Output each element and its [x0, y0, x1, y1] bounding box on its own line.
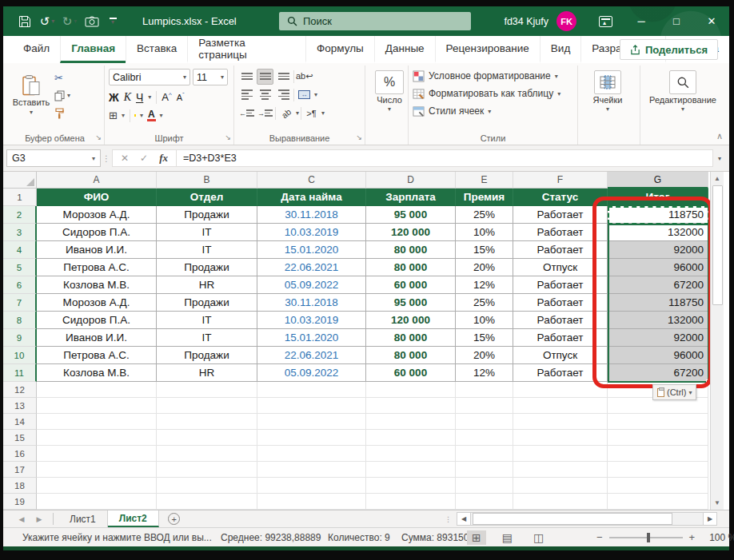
cells-button[interactable]: Ячейки ▾ [582, 67, 633, 113]
row-header-12[interactable]: 12 [3, 382, 37, 398]
search-box[interactable]: Поиск [279, 12, 471, 30]
ribbon-tab-Главная[interactable]: Главная [60, 36, 126, 63]
cell-C12[interactable] [257, 382, 366, 398]
cell-E16[interactable] [456, 446, 513, 462]
underline-dropdown-icon[interactable]: ▾ [148, 93, 151, 101]
cell-C14[interactable] [257, 414, 366, 430]
increase-indent-button[interactable]: → [257, 105, 273, 121]
zoom-slider[interactable] [609, 537, 683, 538]
clipboard-dialog-launcher-icon[interactable]: ↘ [95, 133, 102, 141]
zoom-slider-handle[interactable] [647, 533, 650, 542]
cell-C18[interactable] [257, 478, 366, 494]
cell-D1[interactable]: Зарплата [366, 189, 456, 206]
cell-F3[interactable]: Работает [513, 224, 608, 241]
undo-dropdown-icon[interactable]: ▾ [51, 18, 54, 25]
cell-A2[interactable]: Морозов А.Д. [37, 206, 157, 224]
ribbon-tab-Рецензирование[interactable]: Рецензирование [435, 36, 540, 63]
cell-E2[interactable]: 25% [456, 206, 513, 224]
bold-button[interactable]: Ж [109, 91, 119, 104]
cell-B4[interactable]: IT [157, 241, 257, 259]
alignment-dialog-launcher-icon[interactable]: ↘ [356, 133, 362, 141]
scroll-down-icon[interactable]: ▼ [711, 496, 724, 510]
italic-button[interactable]: К [124, 91, 131, 104]
cell-C6[interactable]: 05.09.2022 [257, 276, 366, 294]
vertical-scrollbar[interactable]: ▲ ▼ [710, 172, 724, 510]
row-header-9[interactable]: 9 [3, 329, 37, 347]
ribbon-tab-Вид[interactable]: Вид [540, 36, 580, 63]
avatar[interactable]: FK [556, 11, 576, 31]
ribbon-tab-Вставка[interactable]: Вставка [126, 36, 187, 63]
cell-G5[interactable]: 96000 [608, 259, 708, 276]
cell-D15[interactable] [366, 430, 456, 446]
cell-F7[interactable]: Работает [513, 294, 608, 312]
cell-G19[interactable] [608, 494, 708, 510]
cell-B1[interactable]: Отдел [157, 189, 257, 206]
align-right-button[interactable] [275, 87, 292, 103]
cell-G2[interactable]: 118750 [608, 206, 708, 224]
cell-F6[interactable]: Работает [513, 276, 608, 294]
cell-A9[interactable]: Иванов И.И. [37, 329, 157, 347]
row-header-7[interactable]: 7 [3, 294, 37, 312]
cell-G6[interactable]: 67200 [608, 276, 708, 294]
cell-B16[interactable] [157, 446, 257, 462]
expand-formula-bar-icon[interactable]: ▾ [713, 155, 726, 162]
row-header-3[interactable]: 3 [3, 224, 37, 241]
cell-F9[interactable]: Работает [513, 329, 608, 347]
zoom-in-button[interactable]: + [689, 531, 696, 543]
cancel-formula-button[interactable]: ✕ [121, 153, 129, 164]
underline-button[interactable]: Ч [136, 91, 143, 104]
cell-D19[interactable] [366, 494, 456, 510]
cell-F15[interactable] [513, 430, 608, 446]
cell-G14[interactable] [608, 414, 708, 430]
cell-G15[interactable] [608, 430, 708, 446]
cell-E15[interactable] [456, 430, 513, 446]
zoom-out-button[interactable]: − [596, 531, 603, 543]
paste-dropdown-icon[interactable]: ▾ [30, 109, 33, 116]
cell-styles-button[interactable]: Стили ячеек▾ [413, 102, 573, 120]
next-sheet-icon[interactable]: ▶ [30, 510, 48, 527]
cell-E19[interactable] [456, 494, 513, 510]
align-bottom-button[interactable] [275, 69, 292, 85]
zoom-level[interactable]: 100 % [701, 532, 734, 543]
ribbon-tab-Данные[interactable]: Данные [374, 36, 435, 63]
cell-B7[interactable]: Продажи [157, 294, 257, 312]
cell-F11[interactable]: Работает [513, 364, 608, 382]
row-header-13[interactable]: 13 [3, 398, 37, 414]
cell-G8[interactable]: 132000 [608, 312, 708, 329]
cell-A10[interactable]: Петрова А.С. [37, 347, 157, 364]
cell-G3[interactable]: 132000 [608, 224, 708, 241]
row-header-11[interactable]: 11 [3, 364, 37, 382]
ribbon-tab-Разметка страницы[interactable]: Разметка страницы [187, 36, 305, 63]
row-header-1[interactable]: 1 [3, 189, 37, 206]
column-header-C[interactable]: C [257, 172, 366, 189]
editing-button[interactable]: Редактирование ▾ [644, 67, 721, 113]
cell-G13[interactable] [608, 398, 708, 414]
cell-G10[interactable]: 96000 [608, 347, 708, 364]
collapse-ribbon-icon[interactable]: ∧ [716, 131, 723, 141]
cell-B15[interactable] [157, 430, 257, 446]
row-header-15[interactable]: 15 [3, 430, 37, 446]
cell-C3[interactable]: 10.03.2019 [257, 224, 366, 241]
conditional-formatting-button[interactable]: Условное форматирование▾ [413, 67, 573, 85]
normal-view-button[interactable]: ⊞ [467, 530, 486, 545]
cell-G4[interactable]: 92000 [608, 241, 708, 259]
cell-B13[interactable] [157, 398, 257, 414]
cell-E14[interactable] [456, 414, 513, 430]
align-center-button[interactable] [257, 87, 273, 103]
cell-E7[interactable]: 25% [456, 294, 513, 312]
new-sheet-button[interactable]: + [166, 510, 183, 527]
page-layout-view-button[interactable]: ▤ [497, 530, 517, 545]
font-name-select[interactable]: Calibri▾ [109, 69, 190, 85]
cell-E4[interactable]: 15% [456, 241, 513, 259]
cell-D11[interactable]: 60 000 [366, 364, 456, 382]
formula-input[interactable]: =D3+D3*E3 [176, 149, 713, 167]
cut-button[interactable]: ✂ [53, 70, 72, 85]
cell-E6[interactable]: 12% [456, 276, 513, 294]
decrease-indent-button[interactable]: ← [238, 105, 255, 121]
cell-D17[interactable] [366, 462, 456, 478]
cell-F13[interactable] [513, 398, 608, 414]
cell-D18[interactable] [366, 478, 456, 494]
cell-F17[interactable] [513, 462, 608, 478]
cell-G18[interactable] [608, 478, 708, 494]
cell-B3[interactable]: IT [157, 224, 257, 241]
